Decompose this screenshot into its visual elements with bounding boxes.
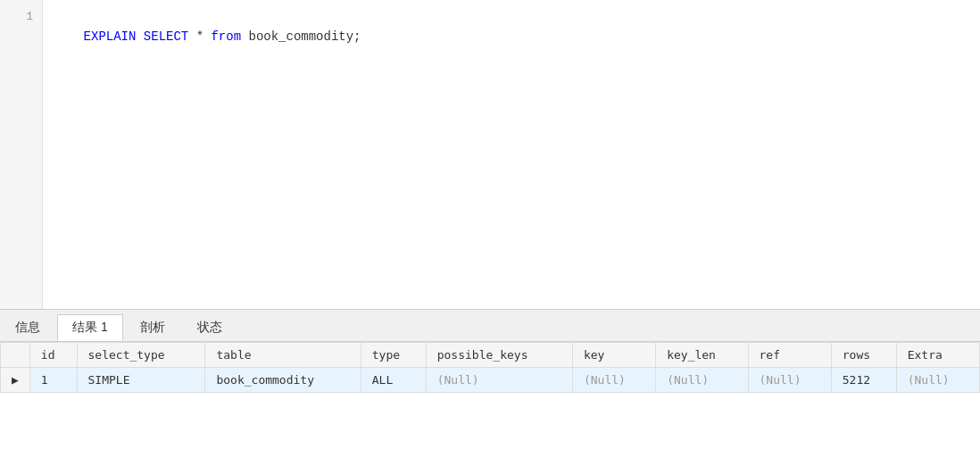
header-rows: rows [831, 343, 896, 368]
table-header-row: id select_type table type possible_keys … [1, 343, 980, 368]
editor-area: 1 EXPLAIN SELECT * from book_commodity; [0, 0, 980, 310]
space1 [136, 29, 143, 44]
header-possible-keys: possible_keys [426, 343, 572, 368]
tab-analyze[interactable]: 剖析 [125, 314, 180, 341]
space3: book_commodity; [241, 29, 361, 44]
row-indicator: ▶ [1, 368, 30, 393]
header-id: id [29, 343, 77, 368]
keyword-explain: EXPLAIN [84, 29, 137, 44]
cell-key-len: (Null) [656, 368, 748, 393]
cell-type: ALL [361, 368, 426, 393]
cell-id: 1 [29, 368, 77, 393]
code-content[interactable]: EXPLAIN SELECT * from book_commodity; [43, 0, 980, 309]
line-number-1: 1 [0, 7, 33, 27]
header-indicator [1, 343, 30, 368]
header-table: table [205, 343, 361, 368]
tabs-bar: 信息 结果 1 剖析 状态 [0, 310, 980, 342]
cell-extra: (Null) [896, 368, 979, 393]
tab-result1[interactable]: 结果 1 [57, 314, 123, 341]
header-extra: Extra [896, 343, 979, 368]
header-select-type: select_type [77, 343, 205, 368]
header-key-len: key_len [656, 343, 748, 368]
header-type: type [361, 343, 426, 368]
cell-select-type: SIMPLE [77, 368, 205, 393]
cell-rows: 5212 [831, 368, 896, 393]
tab-status[interactable]: 状态 [182, 314, 237, 341]
cell-key: (Null) [572, 368, 655, 393]
keyword-select: SELECT [144, 29, 188, 44]
header-ref: ref [748, 343, 831, 368]
tab-info[interactable]: 信息 [0, 314, 55, 341]
results-table: id select_type table type possible_keys … [0, 342, 980, 393]
cell-possible-keys: (Null) [426, 368, 572, 393]
cell-ref: (Null) [748, 368, 831, 393]
cell-table: book_commodity [205, 368, 361, 393]
header-key: key [572, 343, 655, 368]
results-area[interactable]: id select_type table type possible_keys … [0, 342, 980, 458]
table-row[interactable]: ▶ 1 SIMPLE book_commodity ALL (Null) (Nu… [1, 368, 980, 393]
keyword-from: from [211, 29, 241, 44]
space2: * [188, 29, 211, 44]
line-numbers: 1 [0, 0, 43, 309]
